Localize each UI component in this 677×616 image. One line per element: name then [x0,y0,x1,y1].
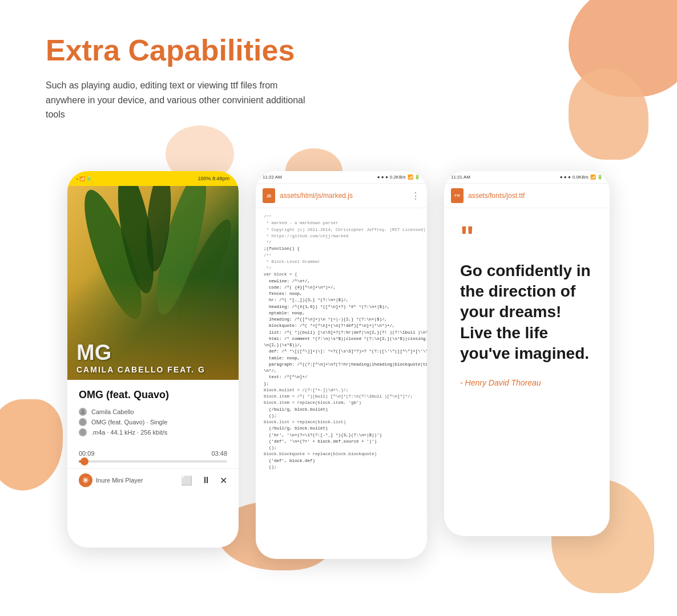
album-mg-text: MG [76,341,205,365]
quote-author: - Henry David Thoreau [460,378,594,387]
phone1-song-info: OMG (feat. Quavo) Camila Cabello OMG (fe… [67,380,239,450]
code-content: /** * marked - a markdown parser * Copyr… [256,208,427,556]
player-controls: Inure Mini Player ⬜ ⏸ ✕ [67,468,239,494]
progress-section: 00:09 03:48 [67,450,239,468]
pause-icon[interactable]: ⏸ [202,475,211,485]
phone3-toolbar: TTF assets/fonts/jost.ttf [444,184,610,208]
phone2-toolbar: JS assets/html/js/marked.js ⋮ [256,184,427,208]
phone2-status-left: 11:22 AM [263,175,282,180]
window-icon[interactable]: ⬜ [181,475,192,486]
phone3-speed: 0.0KB/s [573,175,589,180]
file-info: .m4a · 44.1 kHz · 256 kbit/s [91,429,167,436]
phones-container: • 📶 🔋 100% 8:48pm MG CAMILA CABELLO FEAT… [29,171,648,559]
phone-font-viewer: 11:21 AM ● ● ● 0.0KB/s 📶 🔋 TTF assets/fo… [444,171,610,536]
phone3-status-bar: 11:21 AM ● ● ● 0.0KB/s 📶 🔋 [444,171,610,184]
person-icon [79,408,87,416]
album-artist-banner: CAMILA CABELLO FEAT. G [76,365,205,374]
album-art-overlay: MG CAMILA CABELLO FEAT. G [76,341,205,374]
player-control-icons: ⬜ ⏸ ✕ [181,475,227,486]
meta-album: OMG (feat. Quavo) · Single [79,418,227,426]
quote-text: Go confidently in the direction of your … [460,261,594,364]
phone3-status-icons: ● ● ● [560,175,571,180]
font-file-path: assets/fonts/jost.ttf [468,192,525,200]
phone3-signal-icons: 📶 🔋 [590,175,603,180]
phone2-status-bar: 11:22 AM ● ● ● 0.2KB/s 📶 🔋 [256,171,427,184]
page-subtitle: Such as playing audio, editing text or v… [46,78,308,122]
svg-point-5 [82,410,84,412]
phone2-signal-icons: 📶 🔋 [408,175,420,180]
player-label: Inure Mini Player [96,477,143,484]
song-title: OMG (feat. Quavo) [79,389,227,401]
disc-icon [79,418,87,426]
header-section: Extra Capabilities Such as playing audio… [46,34,308,122]
phone1-status-bar: • 📶 🔋 100% 8:48pm [67,171,239,186]
album-name: OMG (feat. Quavo) · Single [91,419,167,425]
artist-name: Camila Cabello [91,408,134,415]
close-icon[interactable]: ✕ [220,475,227,486]
phone-music-player: • 📶 🔋 100% 8:48pm MG CAMILA CABELLO FEAT… [67,171,239,548]
svg-point-7 [82,422,84,423]
svg-rect-8 [81,430,84,435]
phone2-status-icons: ● ● ● [377,175,388,180]
more-options-icon[interactable]: ⋮ [411,191,420,201]
time-current: 00:09 [79,450,95,457]
js-file-path: assets/html/js/marked.js [280,192,406,200]
phone2-speed: 0.2KB/s [390,175,406,180]
meta-artist: Camila Cabello [79,408,227,416]
file-icon [79,428,87,436]
phone3-status-left: 11:21 AM [451,175,470,180]
code-display: /** * marked - a markdown parser * Copyr… [264,214,419,471]
font-viewer-content: " Go confidently in the direction of you… [444,208,610,404]
song-meta: Camila Cabello OMG (feat. Quavo) · Singl… [79,408,227,436]
js-file-icon: JS [263,188,275,203]
progress-bar[interactable] [79,460,227,463]
progress-times: 00:09 03:48 [79,450,227,457]
font-file-icon: TTF [451,188,464,203]
app-logo [79,473,92,487]
phone-code-viewer: 11:22 AM ● ● ● 0.2KB/s 📶 🔋 JS assets/htm… [256,171,427,559]
quote-mark: " [460,225,594,249]
phone1-status-text: 100% 8:48pm [198,176,229,181]
page-title: Extra Capabilities [46,34,308,67]
meta-file: .m4a · 44.1 kHz · 256 kbit/s [79,428,227,436]
time-total: 03:48 [211,450,227,457]
progress-thumb [80,457,88,465]
album-art: MG CAMILA CABELLO FEAT. G [67,186,239,380]
